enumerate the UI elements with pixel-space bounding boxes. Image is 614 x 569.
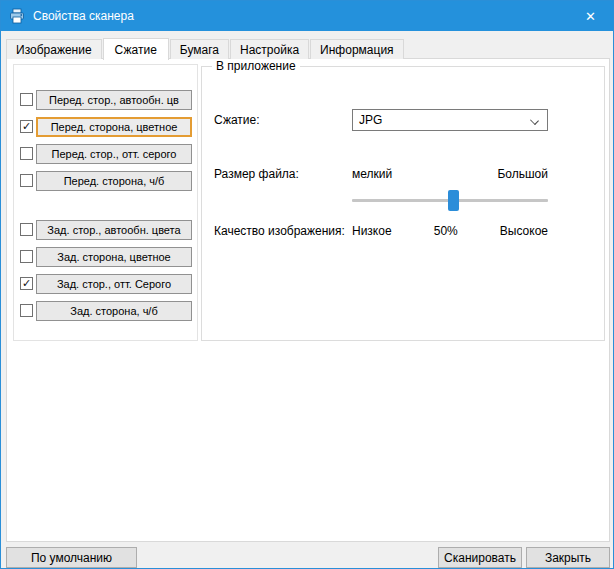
tab-paper[interactable]: Бумага: [170, 39, 229, 59]
option-row: Перед. сторона, ч/б: [14, 171, 197, 191]
window-title: Свойства сканера: [33, 9, 134, 23]
front-auto-color-checkbox[interactable]: [20, 93, 33, 106]
file-size-label: Размер файла:: [214, 167, 299, 181]
option-row: Перед. стор., отт. серого: [14, 144, 197, 164]
back-auto-color-checkbox[interactable]: [20, 223, 33, 236]
in-application-group: В приложение Сжатие: JPG Размер файла: м…: [201, 66, 605, 341]
quality-slider[interactable]: [352, 185, 548, 215]
compression-tab-page: Перед. стор., автообн. цв ✓ Перед. сторо…: [6, 58, 610, 542]
close-button[interactable]: Закрыть: [526, 547, 610, 568]
default-button[interactable]: По умолчанию: [6, 547, 137, 568]
tab-strip: Изображение Сжатие Бумага Настройка Инфо…: [6, 38, 405, 59]
tab-information[interactable]: Информация: [310, 39, 403, 59]
front-color-button[interactable]: Перед. сторона, цветное: [36, 117, 192, 137]
file-size-min-label: мелкий: [352, 167, 392, 181]
option-row: Зад. стор., автообн. цвета: [14, 220, 197, 240]
file-size-range-labels: мелкий Большой: [352, 167, 548, 181]
back-grayscale-button[interactable]: Зад. стор., отт. Серого: [36, 274, 192, 294]
option-row: Перед. стор., автообн. цв: [14, 90, 197, 110]
compression-label: Сжатие:: [214, 113, 260, 127]
file-size-max-label: Большой: [497, 167, 548, 181]
title-bar: Свойства сканера ✕: [1, 1, 613, 31]
back-grayscale-checkbox[interactable]: ✓: [20, 277, 33, 290]
compression-selected-value: JPG: [359, 113, 382, 127]
tab-image[interactable]: Изображение: [6, 39, 102, 59]
option-row: ✓ Перед. сторона, цветное: [14, 117, 197, 137]
quality-max-label: Высокое: [500, 224, 548, 238]
back-auto-color-button[interactable]: Зад. стор., автообн. цвета: [36, 220, 192, 240]
option-row: Зад. сторона, цветное: [14, 247, 197, 267]
front-bw-button[interactable]: Перед. сторона, ч/б: [36, 171, 192, 191]
quality-label: Качество изображения:: [214, 224, 345, 238]
front-color-checkbox[interactable]: ✓: [20, 120, 33, 133]
tab-settings[interactable]: Настройка: [230, 39, 309, 59]
quality-range-labels: Низкое 50% Высокое: [352, 224, 548, 238]
back-bw-button[interactable]: Зад. сторона, ч/б: [36, 301, 192, 321]
back-bw-checkbox[interactable]: [20, 304, 33, 317]
scanner-properties-dialog: Свойства сканера ✕ Изображение Сжатие Бу…: [0, 0, 614, 569]
printer-icon: [9, 8, 25, 24]
front-bw-checkbox[interactable]: [20, 174, 33, 187]
front-grayscale-checkbox[interactable]: [20, 147, 33, 160]
back-color-checkbox[interactable]: [20, 250, 33, 263]
option-row: ✓ Зад. стор., отт. Серого: [14, 274, 197, 294]
scan-button[interactable]: Сканировать: [438, 547, 522, 568]
quality-current-value: 50%: [434, 224, 458, 238]
close-icon: ✕: [585, 9, 596, 24]
chevron-down-icon: [530, 116, 539, 125]
group-title: В приложение: [212, 59, 300, 73]
compression-select[interactable]: JPG: [352, 109, 548, 131]
option-row: Зад. сторона, ч/б: [14, 301, 197, 321]
tab-compression[interactable]: Сжатие: [103, 38, 169, 60]
quality-min-label: Низкое: [352, 224, 392, 238]
front-auto-color-button[interactable]: Перед. стор., автообн. цв: [36, 90, 192, 110]
scan-side-list: Перед. стор., автообн. цв ✓ Перед. сторо…: [13, 64, 198, 341]
back-color-button[interactable]: Зад. сторона, цветное: [36, 247, 192, 267]
window-close-button[interactable]: ✕: [568, 1, 613, 31]
front-grayscale-button[interactable]: Перед. стор., отт. серого: [36, 144, 192, 164]
slider-handle[interactable]: [448, 190, 459, 211]
